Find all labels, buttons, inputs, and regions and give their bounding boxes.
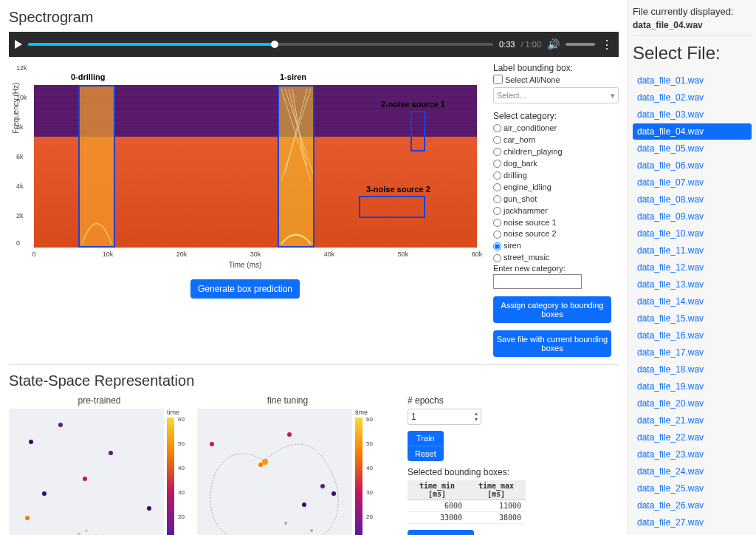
file-item[interactable]: data_file_17.wav [633, 344, 752, 361]
colorbar-label-0: time [167, 409, 177, 416]
volume-icon[interactable]: 🔊 [547, 38, 560, 50]
select-all-checkbox[interactable] [493, 75, 503, 84]
generate-box-prediction-button[interactable]: Generate box prediction [190, 279, 300, 299]
create-bboxes-button[interactable]: Create bounding boxes [408, 530, 474, 535]
file-item[interactable]: data_file_13.wav [633, 276, 752, 293]
svg-point-27 [25, 516, 30, 520]
bbox-1[interactable] [278, 85, 315, 248]
reset-button[interactable]: Reset [408, 446, 444, 461]
file-item[interactable]: data_file_28.wav [633, 531, 752, 535]
file-item[interactable]: data_file_23.wav [633, 446, 752, 463]
train-button[interactable]: Train [408, 431, 444, 446]
category-option[interactable]: noise source 1 [493, 217, 619, 229]
play-icon[interactable] [15, 40, 22, 49]
bbox-0[interactable] [78, 85, 115, 248]
category-label: dog_bark [504, 158, 537, 170]
epochs-input[interactable]: 1 ▴▾ [408, 409, 481, 425]
category-option[interactable]: gun_shot [493, 194, 619, 205]
svg-point-41 [210, 442, 214, 446]
sidebar-current-file: data_file_04.wav [633, 20, 752, 30]
bbox-table: time_min [ms] time_max [ms] 6000 11000 3… [408, 480, 526, 524]
file-item[interactable]: data_file_25.wav [633, 480, 752, 497]
xtick: 0 [32, 251, 35, 258]
seek-progress [28, 43, 275, 46]
svg-point-26 [147, 506, 151, 511]
category-option[interactable]: children_playing [493, 146, 619, 158]
assign-category-button[interactable]: Assign category to bounding boxes [493, 296, 611, 323]
file-item[interactable]: data_file_20.wav [633, 395, 752, 412]
bbox-select-dropdown[interactable]: Select... ▾ [493, 87, 619, 103]
audio-player[interactable]: 0:33 / 1:00 🔊 ⋮ [9, 32, 619, 57]
seek-thumb[interactable] [271, 41, 278, 48]
category-radio[interactable] [493, 171, 501, 180]
xtick: 50k [398, 251, 409, 258]
category-radio[interactable] [493, 231, 501, 239]
category-label: drilling [504, 170, 527, 182]
save-file-button[interactable]: Save file with current bounding boxes [493, 330, 611, 357]
bbox-2[interactable] [410, 111, 425, 151]
audio-menu-icon[interactable]: ⋮ [601, 38, 613, 52]
category-label: gun_shot [504, 194, 537, 205]
category-option[interactable]: siren [493, 240, 619, 252]
category-radio[interactable] [493, 195, 501, 203]
table-row: 6000 11000 [408, 500, 526, 512]
category-radio[interactable] [493, 136, 501, 144]
category-radio[interactable] [493, 148, 501, 156]
category-option[interactable]: noise source 2 [493, 228, 619, 240]
file-item[interactable]: data_file_21.wav [633, 412, 752, 429]
file-item[interactable]: data_file_01.wav [633, 72, 752, 89]
file-item[interactable]: data_file_08.wav [633, 191, 752, 208]
xtick: 20k [176, 251, 188, 258]
file-item[interactable]: data_file_05.wav [633, 140, 752, 157]
svg-point-44 [320, 484, 325, 488]
ss-plot-0[interactable] [9, 409, 164, 535]
category-option[interactable]: jackhammer [493, 205, 619, 217]
category-radio[interactable] [493, 207, 501, 215]
file-item[interactable]: data_file_19.wav [633, 378, 752, 395]
file-item[interactable]: data_file_07.wav [633, 174, 752, 191]
category-option[interactable]: car_horn [493, 134, 619, 146]
epochs-value: 1 [411, 412, 416, 422]
file-item[interactable]: data_file_24.wav [633, 463, 752, 480]
new-category-input[interactable] [493, 274, 582, 289]
file-item[interactable]: data_file_18.wav [633, 361, 752, 378]
file-item[interactable]: data_file_02.wav [633, 89, 752, 106]
category-radio[interactable] [493, 254, 501, 262]
category-label: siren [504, 240, 521, 252]
file-item[interactable]: data_file_04.wav [633, 123, 752, 140]
file-item[interactable]: data_file_09.wav [633, 208, 752, 225]
file-item[interactable]: data_file_12.wav [633, 259, 752, 276]
category-option[interactable]: drilling [493, 170, 619, 182]
svg-point-43 [302, 502, 306, 507]
ss-plot-1[interactable] [197, 409, 352, 535]
file-item[interactable]: data_file_16.wav [633, 327, 752, 344]
file-item[interactable]: data_file_14.wav [633, 293, 752, 310]
stepper-icon[interactable]: ▴▾ [475, 411, 478, 423]
category-radio[interactable] [493, 242, 501, 251]
file-item[interactable]: data_file_10.wav [633, 225, 752, 242]
volume-slider[interactable] [566, 43, 595, 46]
category-radio[interactable] [493, 124, 501, 132]
ss-plot-1-title: fine tuning [197, 395, 378, 406]
category-label: children_playing [504, 146, 563, 158]
category-option[interactable]: dog_bark [493, 158, 619, 170]
file-item[interactable]: data_file_26.wav [633, 497, 752, 514]
svg-point-24 [83, 477, 87, 481]
file-item[interactable]: data_file_27.wav [633, 514, 752, 531]
category-radio[interactable] [493, 219, 501, 227]
file-item[interactable]: data_file_11.wav [633, 242, 752, 259]
category-option[interactable]: engine_idling [493, 182, 619, 194]
file-item[interactable]: data_file_03.wav [633, 106, 752, 123]
file-item[interactable]: data_file_06.wav [633, 157, 752, 174]
category-option[interactable]: air_conditioner [493, 123, 619, 134]
category-option[interactable]: street_music [493, 252, 619, 264]
seek-bar[interactable] [28, 43, 493, 46]
bbox-3[interactable] [359, 196, 425, 218]
file-item[interactable]: data_file_15.wav [633, 310, 752, 327]
category-radio[interactable] [493, 160, 501, 168]
category-radio[interactable] [493, 183, 501, 191]
ytick: 6k [16, 153, 24, 160]
category-label: engine_idling [504, 182, 551, 194]
file-item[interactable]: data_file_22.wav [633, 429, 752, 446]
ytick: 4k [16, 183, 24, 190]
